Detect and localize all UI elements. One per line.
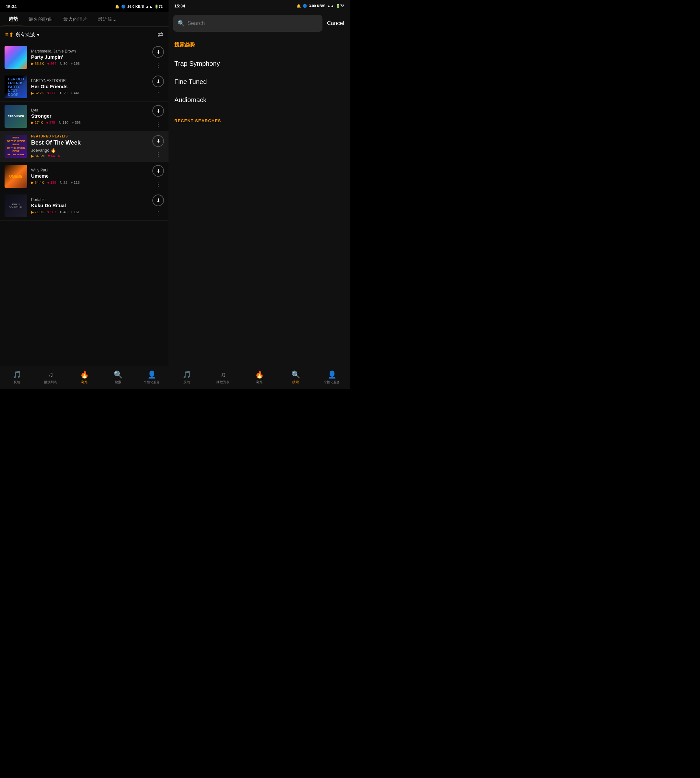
- song-item: KUKUDO RITUAL Portable Kuku Do Ritual ▶ …: [0, 191, 168, 221]
- personalize-icon: 👤: [147, 371, 156, 379]
- status-bar-right: 15:34 🔔 🔵 3.00 KB/S ▲▲ 🔋72: [168, 0, 350, 12]
- more-options-button[interactable]: ⋮: [155, 62, 161, 69]
- song-thumbnail[interactable]: [5, 46, 27, 69]
- trend-section-label: 搜索趋势: [174, 42, 344, 48]
- filter-label: 所有流派: [15, 32, 35, 38]
- bottom-nav-right: 🎵 反馈 ♫ 播放列表 🔥 浏览 🔍 搜索 👤 个性化服务: [168, 366, 350, 389]
- song-title[interactable]: Umeme: [31, 173, 148, 179]
- search-nav-icon-right: 🔍: [291, 371, 300, 379]
- nav-label-feedback: 反馈: [13, 380, 20, 384]
- nav-label-playlist: 播放列表: [44, 380, 57, 384]
- song-item: STRONGER Lyta Stronger ▶ 174K ♥ 975 ↻ 11…: [0, 102, 168, 131]
- song-thumbnail[interactable]: UMEME: [5, 165, 27, 188]
- more-options-button[interactable]: ⋮: [155, 180, 161, 188]
- time-left: 15:34: [6, 4, 17, 9]
- filter-genre[interactable]: ≡⬆ 所有流派 ▾: [5, 31, 40, 38]
- trend-item-0[interactable]: Trap Symphony: [174, 55, 344, 73]
- tab-recent[interactable]: 最近添...: [93, 12, 122, 26]
- nav-search-right[interactable]: 🔍 搜索: [287, 371, 304, 384]
- song-actions: ⬇ ⋮: [152, 195, 164, 217]
- search-content: 搜索趋势 Trap Symphony Fine Tuned Audiomack …: [168, 35, 350, 366]
- download-button[interactable]: ⬇: [152, 46, 164, 58]
- shuffle-icon[interactable]: ⇄: [158, 30, 163, 39]
- stat-plays: ▶ 34.6M: [31, 154, 45, 158]
- stat-plays: ▶ 55.5K: [31, 62, 44, 66]
- song-title[interactable]: Her Old Friends: [31, 83, 148, 89]
- trend-item-1[interactable]: Fine Tuned: [174, 73, 344, 91]
- stat-likes: ♥ 507: [47, 210, 57, 214]
- song-title[interactable]: Stronger: [31, 113, 148, 119]
- bluetooth-icon-right: 🔵: [303, 4, 307, 8]
- download-button[interactable]: ⬇: [152, 75, 164, 87]
- stat-likes: ♥ 975: [46, 120, 55, 125]
- song-actions: ⬇ ⋮: [152, 165, 164, 188]
- download-button[interactable]: ⬇: [152, 105, 164, 117]
- song-thumbnail[interactable]: HER OLDFRIENDSPARTYNEXTDOOR: [5, 75, 27, 98]
- more-options-button[interactable]: ⋮: [155, 91, 161, 98]
- stat-reposts: ↻ 22: [60, 180, 67, 185]
- wifi-icon: ▲▲: [145, 5, 153, 8]
- tab-hot-songs[interactable]: 最火的歌曲: [23, 12, 58, 26]
- nav-feedback-right[interactable]: 🎵 反馈: [178, 371, 195, 384]
- bluetooth-icon: 🔵: [121, 5, 126, 9]
- song-thumbnail[interactable]: KUKUDO RITUAL: [5, 195, 27, 217]
- song-item: HER OLDFRIENDSPARTYNEXTDOOR PARTYNEXTDOO…: [0, 72, 168, 102]
- nav-label-browse-right: 浏览: [256, 380, 262, 384]
- cancel-button[interactable]: Cancel: [326, 20, 345, 27]
- song-actions: ⬇ ⋮: [152, 46, 164, 69]
- song-stats: ▶ 71.0K ♥ 507 ↻ 48 + 161: [31, 210, 148, 214]
- battery-icon: 🔋72: [154, 5, 163, 9]
- song-stats: ▶ 174K ♥ 975 ↻ 110 + 396: [31, 120, 148, 125]
- stat-reposts: ↻ 29: [60, 91, 67, 95]
- bell-icon: 🔔: [115, 5, 120, 9]
- feedback-icon: 🎵: [13, 371, 22, 379]
- nav-browse[interactable]: 🔥 浏览: [76, 371, 92, 384]
- download-button[interactable]: ⬇: [152, 165, 164, 177]
- recent-searches-label: RECENT SEARCHES: [174, 119, 344, 123]
- song-info: Portable Kuku Do Ritual ▶ 71.0K ♥ 507 ↻ …: [31, 197, 148, 214]
- stat-plus: + 441: [71, 91, 80, 95]
- status-bar-left: 15:34 🔔 🔵 26.0 KB/S ▲▲ 🔋72: [0, 0, 168, 12]
- download-button[interactable]: ⬇: [152, 195, 164, 206]
- song-info: Marshmello, Jamie Brown Party Jumpin' ▶ …: [31, 49, 148, 66]
- song-title[interactable]: Party Jumpin': [31, 54, 148, 60]
- search-bar[interactable]: 🔍: [173, 15, 322, 32]
- search-input[interactable]: [187, 20, 318, 27]
- nav-playlist-right[interactable]: ♫ 播放列表: [215, 371, 231, 384]
- wifi-icon-right: ▲▲: [327, 4, 334, 8]
- featured-thumbnail[interactable]: BESTOF THE WEEKBESTOF THE WEEKBESTOF THE…: [5, 135, 27, 158]
- song-actions: ⬇ ⋮: [152, 75, 164, 98]
- stat-plus: + 113: [71, 180, 80, 185]
- song-thumbnail[interactable]: STRONGER: [5, 105, 27, 128]
- song-title[interactable]: Kuku Do Ritual: [31, 203, 148, 208]
- personalize-icon-right: 👤: [328, 371, 337, 379]
- nav-browse-right[interactable]: 🔥 浏览: [251, 371, 267, 384]
- feedback-icon-right: 🎵: [182, 371, 191, 379]
- bell-icon-right: 🔔: [297, 4, 301, 8]
- more-options-button[interactable]: ⋮: [155, 210, 161, 217]
- stat-plays: ▶ 34.4K: [31, 180, 44, 185]
- status-icons-right: 🔔 🔵 3.00 KB/S ▲▲ 🔋72: [297, 4, 344, 8]
- featured-title[interactable]: Best Of The Week: [31, 139, 148, 146]
- status-icons-left: 🔔 🔵 26.0 KB/S ▲▲ 🔋72: [115, 5, 163, 9]
- nav-playlist[interactable]: ♫ 播放列表: [42, 371, 59, 384]
- song-stats: ▶ 34.4K ♥ 135 ↻ 22 + 113: [31, 180, 148, 185]
- song-artist: Portable: [31, 197, 148, 202]
- battery-icon-right: 🔋72: [336, 4, 344, 8]
- trend-item-2[interactable]: Audiomack: [174, 91, 344, 109]
- tab-trends[interactable]: 趋势: [3, 12, 23, 26]
- nav-feedback[interactable]: 🎵 反馈: [9, 371, 25, 384]
- tab-hot-albums[interactable]: 最火的唱片: [58, 12, 93, 26]
- more-options-button[interactable]: ⋮: [155, 151, 161, 158]
- nav-personalize-left[interactable]: 👤 个性化服务: [143, 371, 160, 384]
- nav-label-browse: 浏览: [81, 380, 88, 384]
- download-button[interactable]: ⬇: [152, 135, 164, 147]
- nav-search-left[interactable]: 🔍 搜索: [110, 371, 126, 384]
- stat-plays: ▶ 174K: [31, 120, 43, 125]
- nav-label-playlist-right: 播放列表: [217, 380, 230, 384]
- more-options-button[interactable]: ⋮: [155, 120, 161, 128]
- song-artist: Marshmello, Jamie Brown: [31, 49, 148, 53]
- nav-personalize-right[interactable]: 👤 个性化服务: [324, 371, 340, 384]
- featured-author: Joevango 🔥: [31, 147, 148, 153]
- left-panel: 15:34 🔔 🔵 26.0 KB/S ▲▲ 🔋72 趋势 最火的歌曲 最火的唱…: [0, 0, 168, 389]
